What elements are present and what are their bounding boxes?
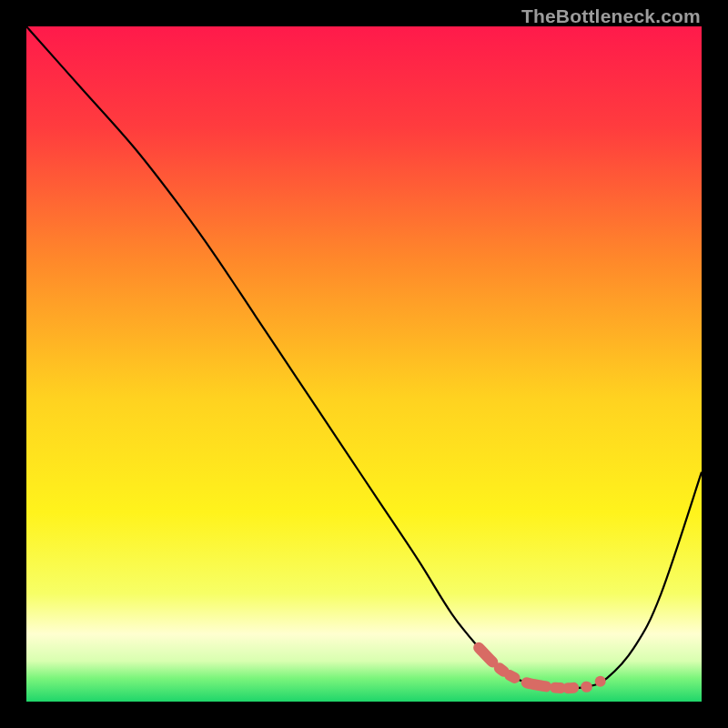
chart-frame: TheBottleneck.com: [0, 0, 728, 728]
chart-svg: [26, 26, 702, 702]
watermark-text: TheBottleneck.com: [521, 5, 701, 27]
gradient-background: [26, 26, 702, 702]
optimal-zone-end-dot: [595, 676, 606, 687]
plot-area: [26, 26, 702, 702]
